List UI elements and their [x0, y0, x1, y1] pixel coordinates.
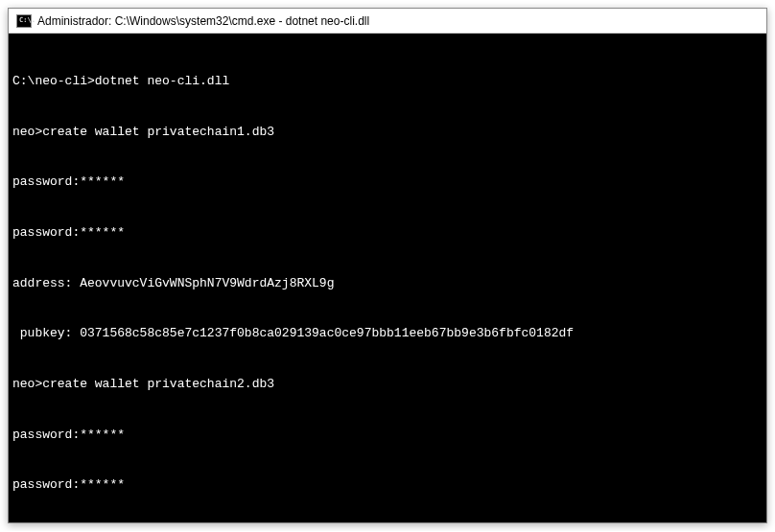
terminal-line: C:\neo-cli>dotnet neo-cli.dll [12, 73, 763, 90]
terminal-line: neo>create wallet privatechain1.db3 [12, 124, 763, 141]
terminal-line: password:****** [12, 427, 763, 444]
terminal-line: password:****** [12, 224, 763, 242]
window-title: Administrador: C:\Windows\system32\cmd.e… [37, 14, 369, 28]
cmd-icon: C:\. [16, 14, 32, 28]
title-bar[interactable]: C:\. Administrador: C:\Windows\system32\… [9, 9, 766, 34]
cmd-window: C:\. Administrador: C:\Windows\system32\… [8, 8, 767, 523]
terminal-output[interactable]: C:\neo-cli>dotnet neo-cli.dll neo>create… [9, 34, 766, 522]
terminal-line: password:****** [12, 173, 763, 191]
terminal-line: pubkey: 0371568c58c85e7c1237f0b8ca029139… [12, 325, 763, 342]
terminal-line: address: AeovvuvcViGvWNSphN7V9WdrdAzj8RX… [12, 275, 763, 292]
terminal-line: neo>create wallet privatechain2.db3 [12, 376, 763, 393]
terminal-line: password:****** [12, 476, 763, 494]
